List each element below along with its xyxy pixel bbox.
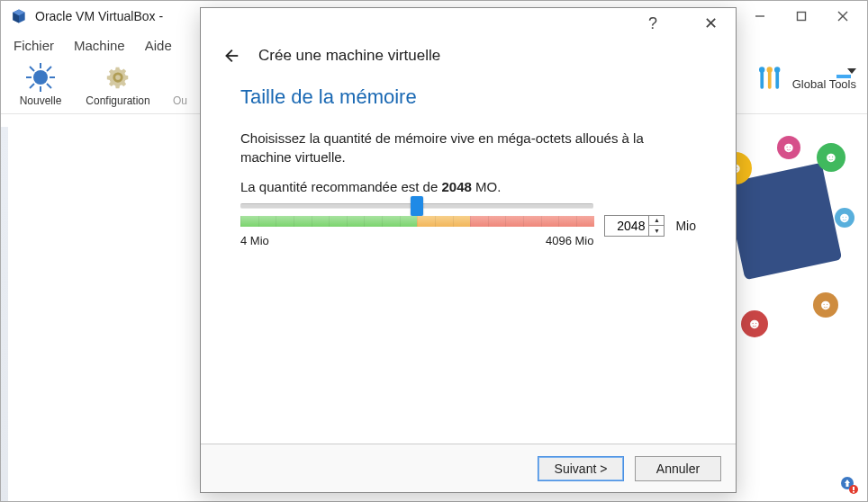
dialog-footer: Suivant > Annuler <box>201 444 736 492</box>
app-title: Oracle VM VirtualBox - <box>35 9 163 23</box>
slider-labels: 4 Mio 4096 Mio <box>240 234 593 247</box>
svg-line-13 <box>47 84 51 88</box>
cancel-button-label: Annuler <box>656 462 700 476</box>
memory-recommendation: La quantité recommandée est de 2048 MO. <box>240 179 696 194</box>
welcome-artwork: ☻ ☻ ☻ ☻ ☻ ☻ <box>725 145 851 343</box>
svg-line-15 <box>30 84 34 88</box>
svg-rect-23 <box>846 483 849 487</box>
toolbar-global-tools[interactable]: Global Tools <box>753 62 856 96</box>
back-button[interactable] <box>219 44 242 67</box>
dialog-header: Crée une machine virtuelle <box>201 39 736 78</box>
memory-slider[interactable]: 4 Mio 4096 Mio <box>240 203 593 247</box>
maximize-button[interactable] <box>781 3 822 30</box>
toolbar-out-label: Ou <box>173 94 187 107</box>
svg-rect-4 <box>798 13 806 21</box>
menu-help[interactable]: Aide <box>145 38 172 53</box>
close-button[interactable] <box>822 3 863 30</box>
window-controls <box>739 3 863 30</box>
dialog-close-button[interactable]: ✕ <box>692 11 728 36</box>
slider-scale <box>240 216 593 227</box>
svg-point-7 <box>33 70 48 85</box>
svg-rect-25 <box>853 487 854 490</box>
tools-icon <box>753 62 787 96</box>
toolbar-new[interactable]: Nouvelle <box>12 62 69 107</box>
help-icon: ? <box>648 14 657 33</box>
recommend-prefix: La quantité recommandée est de <box>240 179 441 194</box>
svg-line-14 <box>47 67 51 71</box>
toolbar-new-label: Nouvelle <box>20 94 62 107</box>
toolbar-out[interactable]: Ou <box>167 62 194 107</box>
spin-buttons: ▲ ▼ <box>648 216 664 236</box>
toolbar-settings-label: Configuration <box>86 94 149 107</box>
slider-thumb[interactable] <box>411 196 423 216</box>
svg-line-12 <box>30 67 34 71</box>
minimize-button[interactable] <box>739 3 781 30</box>
partial-icon <box>165 62 195 93</box>
global-tools-indicator <box>836 75 851 78</box>
toolbar-global-tools-label: Global Tools <box>792 77 856 91</box>
svg-point-20 <box>766 67 772 72</box>
dialog-body: Taille de la mémoire Choisissez la quant… <box>201 78 736 444</box>
svg-point-19 <box>759 67 764 72</box>
recommend-value: 2048 <box>441 179 471 194</box>
help-button[interactable]: ? <box>635 11 671 36</box>
cancel-button[interactable]: Annuler <box>635 456 721 481</box>
close-icon: ✕ <box>704 13 718 33</box>
left-panel-shadow <box>1 127 8 501</box>
memory-slider-row: 4 Mio 4096 Mio ▲ ▼ Mio <box>240 203 696 247</box>
spin-down-button[interactable]: ▼ <box>649 226 664 236</box>
svg-rect-26 <box>853 491 854 493</box>
menu-machine[interactable]: Machine <box>74 38 125 53</box>
sunburst-icon <box>25 62 56 93</box>
slider-max-label: 4096 Mio <box>546 234 593 247</box>
memory-unit: Mio <box>675 219 696 233</box>
dialog-titlebar: ? ✕ <box>201 8 736 39</box>
virtualbox-icon <box>10 7 28 25</box>
toolbar-settings[interactable]: Configuration <box>89 62 147 107</box>
chevron-down-icon <box>847 68 856 74</box>
spin-up-button[interactable]: ▲ <box>649 216 664 226</box>
recommend-suffix: MO. <box>472 179 502 194</box>
memory-description: Choisissez la quantité de mémoire vive e… <box>240 129 696 166</box>
svg-point-21 <box>774 67 780 72</box>
update-alert-icon[interactable] <box>840 476 858 494</box>
section-heading: Taille de la mémoire <box>240 85 696 109</box>
dialog-title: Crée une machine virtuelle <box>258 47 440 65</box>
next-button-label: Suivant > <box>555 462 608 476</box>
next-button[interactable]: Suivant > <box>538 456 624 481</box>
slider-min-label: 4 Mio <box>240 234 269 247</box>
gear-icon <box>103 62 133 93</box>
menu-file[interactable]: Fichier <box>14 38 54 53</box>
memory-value-input[interactable] <box>605 216 648 236</box>
create-vm-dialog: ? ✕ Crée une machine virtuelle Taille de… <box>200 7 737 493</box>
memory-spinbox[interactable]: ▲ ▼ <box>604 215 665 237</box>
